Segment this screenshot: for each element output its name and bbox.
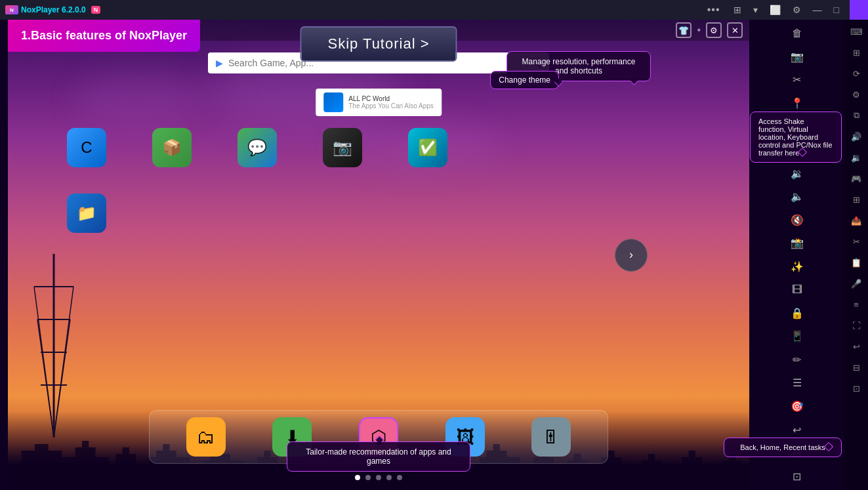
center-content: 1.Basic features of NoxPlayer Skip Tutor… bbox=[8, 20, 749, 490]
next-button-container: › bbox=[615, 239, 648, 272]
shirt-icon[interactable]: 👕 bbox=[676, 22, 692, 38]
apps-row-1: C 📦 💬 📷 ✅ bbox=[60, 128, 454, 170]
sidebar-menu[interactable]: ☰ bbox=[785, 372, 809, 394]
sidebar-target[interactable]: 🎯 bbox=[785, 396, 809, 418]
settings-btn[interactable]: ⚙ bbox=[789, 3, 805, 16]
svg-line-5 bbox=[37, 319, 54, 438]
ad-logo bbox=[323, 92, 343, 112]
far-back[interactable]: ↩ bbox=[847, 337, 865, 356]
sidebar-scissors[interactable]: ✂ bbox=[785, 69, 809, 91]
sidebar-screenshot[interactable]: 📷 bbox=[785, 46, 809, 68]
sidebar-media[interactable]: 🎞 bbox=[785, 279, 809, 301]
google-play-icon: ▶ bbox=[216, 58, 223, 68]
far-clipboard[interactable]: 📋 bbox=[847, 253, 865, 272]
banner-ad: ALL PC World The Apps You Can Also Apps bbox=[316, 89, 442, 116]
far-game[interactable]: 🎮 bbox=[847, 169, 865, 188]
app-icon-img: 💬 bbox=[238, 128, 277, 167]
tooltip-access-shake: Access Shake function, Virtual location,… bbox=[750, 112, 842, 163]
app-camera[interactable]: 📷 bbox=[316, 128, 369, 170]
left-sidebar bbox=[0, 20, 8, 490]
dock-equalizer[interactable]: 🎚 bbox=[531, 417, 571, 457]
maximize-btn[interactable]: □ bbox=[830, 3, 843, 16]
app-icon-img: ✅ bbox=[408, 128, 447, 167]
ad-text-line2: The Apps You Can Also Apps bbox=[348, 102, 434, 110]
logo-icon: N bbox=[5, 5, 18, 14]
sidebar-star[interactable]: ✨ bbox=[785, 255, 809, 277]
app-name: NoxPlayer 6.2.0.0 bbox=[21, 5, 86, 14]
far-apps[interactable]: ⊞ bbox=[847, 190, 865, 209]
skip-tutorial-container: Skip Tutorial > bbox=[300, 26, 457, 62]
tutorial-step-label: 1.Basic features of NoxPlayer bbox=[8, 20, 200, 52]
close-icon-android[interactable]: ✕ bbox=[727, 22, 743, 38]
sidebar-screen2[interactable]: ⊡ bbox=[785, 465, 809, 487]
far-macro[interactable]: ⊞ bbox=[847, 43, 865, 62]
far-multi[interactable]: ⧉ bbox=[847, 106, 865, 125]
sidebar-lock[interactable]: 🔒 bbox=[785, 302, 809, 325]
version-badge: N bbox=[91, 6, 101, 14]
pagination-dots bbox=[355, 475, 402, 480]
cloud-1 bbox=[73, 72, 205, 125]
far-settings[interactable]: ⚙ bbox=[847, 85, 865, 104]
ad-text-line1: ALL PC World bbox=[348, 95, 434, 102]
window-controls: ••• ⊞ ▾ ⬜ ⚙ — □ ✕ bbox=[707, 3, 863, 16]
sidebar-pen[interactable]: ✏ bbox=[785, 349, 809, 371]
far-screen[interactable]: ⊡ bbox=[847, 379, 865, 398]
far-cut[interactable]: ✂ bbox=[847, 232, 865, 251]
tooltip-change-theme: Change theme bbox=[490, 71, 559, 89]
app-logo: N NoxPlayer 6.2.0.0 N bbox=[5, 5, 100, 14]
app-facetime[interactable]: 💬 bbox=[231, 128, 283, 170]
far-rotate[interactable]: ⟳ bbox=[847, 64, 865, 83]
far-volume[interactable]: 🔊 bbox=[847, 127, 865, 146]
far-volume2[interactable]: 🔉 bbox=[847, 148, 865, 167]
gear-icon-android[interactable]: ⚙ bbox=[706, 22, 722, 38]
sidebar-vol-down[interactable]: 🔉 bbox=[785, 162, 809, 184]
far-fullscreen[interactable]: ⛶ bbox=[847, 316, 865, 335]
sidebar-trash[interactable]: 🗑 bbox=[785, 22, 809, 45]
apps-row-2: 📁 bbox=[60, 194, 113, 235]
sidebar-phone[interactable]: 📱 bbox=[785, 325, 809, 348]
right-sidebar: Access Shake function, Virtual location,… bbox=[749, 20, 844, 490]
dock-files[interactable]: 🗂 bbox=[186, 417, 226, 457]
dot-1 bbox=[355, 475, 360, 480]
skip-tutorial-button[interactable]: Skip Tutorial > bbox=[300, 26, 457, 62]
tooltip-tailor-made: Tailor-made recommendation of apps and g… bbox=[287, 441, 470, 472]
power-tower bbox=[28, 254, 80, 438]
far-export[interactable]: 📤 bbox=[847, 211, 865, 230]
dot-separator: • bbox=[697, 24, 701, 36]
tooltip-back-home: Back, Home, Recent tasks bbox=[724, 438, 842, 457]
nox-android-icons: 👕 • ⚙ ✕ bbox=[676, 22, 743, 38]
minimize-btn[interactable]: — bbox=[809, 3, 826, 16]
app-icon-img: 📷 bbox=[323, 128, 362, 167]
svg-line-6 bbox=[54, 319, 70, 438]
dot-3 bbox=[376, 475, 381, 480]
app-icon-img: 📁 bbox=[67, 194, 106, 233]
far-copy[interactable]: ⊟ bbox=[847, 358, 865, 377]
purple-corner bbox=[850, 0, 868, 20]
app-es-file[interactable]: 📁 bbox=[60, 194, 113, 235]
main-layout: 1.Basic features of NoxPlayer Skip Tutor… bbox=[0, 20, 868, 490]
dot-4 bbox=[386, 475, 392, 480]
app-apk-installer[interactable]: 📦 bbox=[146, 128, 198, 170]
app-cent-browser[interactable]: C bbox=[60, 128, 113, 170]
three-dots-menu[interactable]: ••• bbox=[707, 4, 720, 16]
next-button[interactable]: › bbox=[615, 239, 648, 272]
dot-2 bbox=[365, 475, 371, 480]
far-right-bar: ⌨ ⊞ ⟳ ⚙ ⧉ 🔊 🔉 🎮 ⊞ 📤 ✂ 📋 🎤 ≡ ⛶ ↩ ⊟ ⊡ bbox=[844, 20, 868, 490]
sidebar-camera[interactable]: 📸 bbox=[785, 232, 809, 255]
pin-btn[interactable]: ⬜ bbox=[766, 3, 785, 16]
sidebar-vol-mute[interactable]: 🔇 bbox=[785, 209, 809, 231]
dot-5 bbox=[397, 475, 402, 480]
app-tasker[interactable]: ✅ bbox=[402, 128, 454, 170]
far-lines[interactable]: ≡ bbox=[847, 295, 865, 314]
app-icon-img: C bbox=[67, 128, 106, 167]
far-mic[interactable]: 🎤 bbox=[847, 274, 865, 293]
titlebar: N NoxPlayer 6.2.0.0 N ••• ⊞ ▾ ⬜ ⚙ — □ ✕ bbox=[0, 0, 868, 20]
app-icon-img: 📦 bbox=[152, 128, 192, 167]
sidebar-vol-down2[interactable]: 🔈 bbox=[785, 186, 809, 208]
dropdown-btn[interactable]: ▾ bbox=[749, 3, 762, 16]
far-keyboard[interactable]: ⌨ bbox=[847, 22, 865, 41]
home-btn[interactable]: ⊞ bbox=[730, 3, 745, 16]
